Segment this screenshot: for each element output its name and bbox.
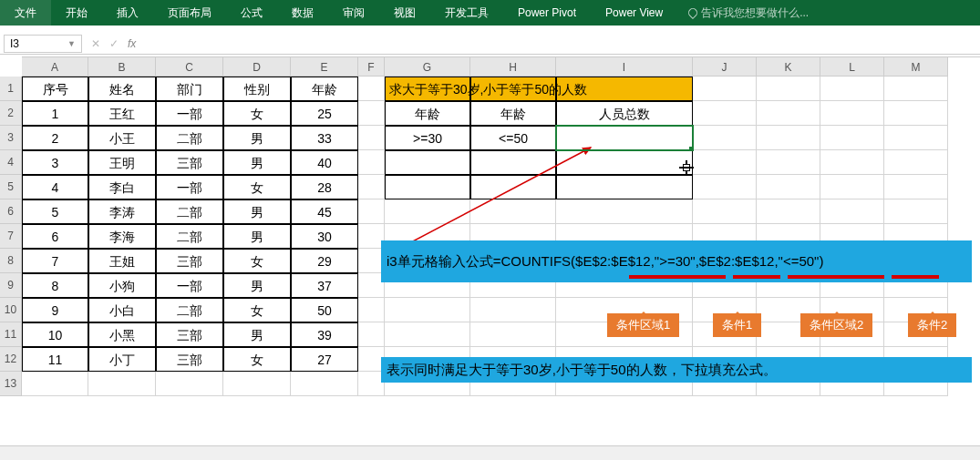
row-header[interactable]: 4 [0,150,22,175]
cell[interactable] [820,199,884,224]
cell[interactable]: 37 [291,273,358,298]
row-header[interactable]: 7 [0,224,22,249]
cell[interactable]: 女 [223,101,291,126]
cell[interactable]: 男 [223,199,291,224]
cell[interactable] [470,298,556,322]
cell[interactable] [820,101,884,126]
cell[interactable] [88,372,156,396]
cell[interactable]: 3 [22,150,88,175]
cell[interactable]: 男 [223,224,291,249]
cell[interactable]: 三部 [156,347,223,372]
cell[interactable] [22,372,88,396]
cell[interactable]: 小黑 [88,322,156,347]
chevron-down-icon[interactable]: ▼ [67,39,76,48]
cell[interactable] [757,199,820,224]
col-H[interactable]: H [470,57,556,77]
row-header[interactable]: 1 [0,77,22,101]
cell[interactable] [757,101,820,126]
col-K[interactable]: K [757,57,820,77]
cell[interactable] [358,150,385,175]
cell[interactable]: 二部 [156,224,223,249]
cell[interactable]: 性别 [223,77,291,101]
cell[interactable]: 40 [291,150,358,175]
col-A[interactable]: A [22,57,88,77]
col-C[interactable]: C [156,57,223,77]
cell[interactable]: 45 [291,199,358,224]
cell[interactable] [358,175,385,199]
cell[interactable]: 33 [291,126,358,150]
cell[interactable] [820,150,884,175]
cell[interactable]: 4 [22,175,88,199]
cell[interactable] [358,126,385,150]
cell[interactable] [385,150,470,175]
cell[interactable]: 部门 [156,77,223,101]
cell[interactable]: 男 [223,150,291,175]
tab-powerpivot[interactable]: Power Pivot [503,0,591,26]
cell[interactable]: 三部 [156,249,223,273]
col-E[interactable]: E [291,57,358,77]
cell[interactable]: 二部 [156,199,223,224]
cell[interactable]: <=50 [470,126,556,150]
cell[interactable]: 39 [291,322,358,347]
cell[interactable]: 28 [291,175,358,199]
cell[interactable] [820,175,884,199]
tab-insert[interactable]: 插入 [102,0,153,26]
cell[interactable]: 女 [223,298,291,322]
cell[interactable] [358,199,385,224]
cell[interactable]: 小白 [88,298,156,322]
cell[interactable]: 三部 [156,322,223,347]
cell[interactable] [757,150,820,175]
cell[interactable]: 李海 [88,224,156,249]
tab-view[interactable]: 视图 [379,0,430,26]
cell[interactable]: 二部 [156,126,223,150]
cell[interactable]: 6 [22,224,88,249]
cell[interactable]: 1 [22,101,88,126]
cell[interactable] [757,77,820,101]
cell[interactable]: 序号 [22,77,88,101]
cell[interactable]: 女 [223,347,291,372]
tab-home[interactable]: 开始 [51,0,102,26]
cell[interactable]: 王明 [88,150,156,175]
cell[interactable] [385,322,470,347]
cell[interactable] [757,175,820,199]
cell[interactable] [884,101,948,126]
cell[interactable] [693,101,757,126]
cell[interactable] [156,372,223,396]
col-G[interactable]: G [385,57,470,77]
cell[interactable]: 50 [291,298,358,322]
cell[interactable]: 11 [22,347,88,372]
cell[interactable] [693,77,757,101]
cell[interactable] [358,101,385,126]
cell[interactable] [884,199,948,224]
name-box[interactable]: I3▼ [4,35,82,53]
tell-me[interactable]: 告诉我您想要做什么... [677,5,820,21]
cell[interactable]: 王红 [88,101,156,126]
cell[interactable]: 小狗 [88,273,156,298]
cell[interactable] [757,126,820,150]
cell[interactable] [291,372,358,396]
row-header[interactable]: 10 [0,298,22,322]
cell[interactable]: 9 [22,298,88,322]
cell[interactable] [470,199,556,224]
cell[interactable]: >=30 [385,126,470,150]
cell[interactable]: 李涛 [88,199,156,224]
row-header[interactable]: 3 [0,126,22,150]
cell[interactable]: 三部 [156,150,223,175]
row-header[interactable]: 2 [0,101,22,126]
cell[interactable] [385,298,470,322]
cell[interactable] [884,126,948,150]
cell[interactable]: 一部 [156,101,223,126]
cell[interactable] [223,372,291,396]
cell[interactable] [884,175,948,199]
col-L[interactable]: L [820,57,884,77]
cell[interactable]: 一部 [156,273,223,298]
cell[interactable]: 人员总数 [556,101,693,126]
cell[interactable] [358,77,385,101]
cell[interactable]: 小王 [88,126,156,150]
col-D[interactable]: D [223,57,291,77]
cell[interactable] [470,175,556,199]
tab-formulas[interactable]: 公式 [226,0,277,26]
cell[interactable]: 5 [22,199,88,224]
cell[interactable]: 7 [22,249,88,273]
cell[interactable]: 男 [223,322,291,347]
